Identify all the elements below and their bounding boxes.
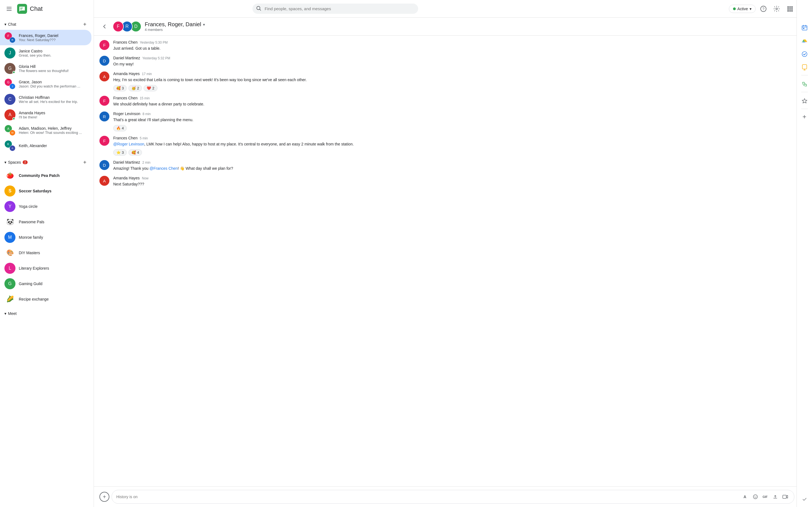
hamburger-button[interactable] [4, 4, 14, 14]
avatar-amanda-last: A [99, 176, 109, 186]
msg-time-5: 8 min [143, 112, 151, 116]
chat-item-adam-madison[interactable]: A M Adam, Madison, Helen, Jeffrey Helen:… [0, 122, 91, 138]
msg-sender-2: Daniel Martinez [113, 56, 140, 60]
msg-text-5: That's a great idea! I'll start planning… [113, 117, 807, 123]
add-message-button[interactable]: + [99, 492, 109, 502]
expand-icon[interactable] [799, 494, 810, 505]
chat-info: Christian Hoffman We're all set. He's ex… [19, 95, 87, 104]
msg-header-1: Frances Chen Yesterday 5:30 PM [113, 40, 807, 45]
avatar-keith-alexander: K A [4, 140, 15, 151]
space-item-community-pea-patch[interactable]: 🍅 Community Pea Patch [0, 168, 94, 183]
msg-header-2: Daniel Martinez Yesterday 5:32 PM [113, 56, 807, 60]
meet-section-label: Meet [8, 311, 16, 316]
text-format-icon[interactable]: A [741, 492, 750, 501]
msg-time-3: 17 min [142, 72, 152, 76]
msg-sender-4: Frances Chen [113, 96, 138, 100]
message-2: D Daniel Martinez Yesterday 5:32 PM On m… [99, 56, 807, 67]
space-icon-yoga: Y [4, 201, 15, 212]
message-6: F Frances Chen 5 min @Roger Levinson, LM… [99, 136, 807, 156]
mention-roger-link[interactable]: @Roger Levinson [113, 142, 144, 146]
msg-content-5: Roger Levinson 8 min That's a great idea… [113, 112, 807, 131]
space-item-pawsome-pals[interactable]: 🐼 Pawsome Pals [0, 214, 94, 230]
avatar-amanda-msg: A [99, 71, 109, 81]
msg-time-1: Yesterday 5:30 PM [140, 41, 168, 45]
message-1: F Frances Chen Yesterday 5:30 PM Just ar… [99, 40, 807, 51]
chat-name: Christian Hoffman [19, 95, 87, 100]
video-call-icon[interactable] [781, 492, 790, 501]
help-button[interactable]: ? [758, 3, 769, 14]
reaction-3-1[interactable]: 🥳2 [129, 85, 142, 91]
drive-icon[interactable] [799, 35, 810, 46]
space-item-diy-masters[interactable]: 🎨 DIY Masters [0, 245, 94, 261]
msg-text-1: Just arrived. Got us a table. [113, 46, 807, 51]
chat-item-frances-roger-daniel[interactable]: F R Frances, Roger, Daniel You: Next Sat… [0, 30, 91, 45]
reaction-3-0[interactable]: 🥰3 [113, 85, 127, 91]
apps-button[interactable] [784, 3, 796, 14]
msg-text-6: @Roger Levinson, LMK how I can help! Als… [113, 141, 807, 147]
chat-item-grace-jason[interactable]: G J Grace, Jason Jason: Did you watch th… [0, 76, 91, 92]
svg-rect-1 [7, 9, 12, 9]
chat-item-keith-alexander[interactable]: K A Keith, Alexander [0, 138, 91, 154]
msg-header-8: Amanda Hayes Now [113, 176, 797, 180]
msg-sender-8: Amanda Hayes [113, 176, 140, 180]
space-item-literary-explorers[interactable]: L Literary Explorers [0, 261, 94, 276]
chat-header-name[interactable]: Frances, Roger, Daniel ▾ [145, 21, 807, 27]
avatar-frances-3: F [99, 136, 109, 146]
msg-content-3: Amanda Hayes 17 min Hey, I'm so excited … [113, 71, 807, 91]
chat-item-amanda-hayes[interactable]: A Amanda Hayes I'll be there! [0, 107, 91, 122]
chat-section-toggle[interactable]: ▾ Chat [4, 22, 16, 26]
space-name: Yoga circle [19, 204, 38, 209]
keep-icon[interactable] [799, 62, 810, 73]
chat-name: Frances, Roger, Daniel [19, 34, 87, 38]
chat-info: Grace, Jason Jason: Did you watch the pe… [19, 80, 87, 88]
reaction-6-1[interactable]: 🥰4 [129, 149, 142, 156]
svg-point-21 [755, 496, 755, 497]
space-item-soccer-saturdays[interactable]: S Soccer Saturdays [0, 183, 94, 199]
phone-icon[interactable] [799, 79, 810, 90]
meet-section-toggle[interactable]: ▾ Meet [4, 311, 16, 316]
search-input[interactable] [252, 4, 418, 14]
chat-preview: The flowers were so thoughtful! [19, 69, 87, 73]
spaces-section-toggle[interactable]: ▾ Spaces 2 [4, 160, 28, 165]
msg-sender-6: Frances Chen [113, 136, 138, 140]
chat-item-janice-castro[interactable]: J Janice Castro Great, see you then. [0, 45, 91, 61]
avatar-frances-2: F [99, 96, 109, 106]
avatar-gloria: G [4, 63, 15, 74]
mention-frances-link[interactable]: @Frances Chen [149, 166, 177, 171]
reaction-3-2[interactable]: ❤️2 [144, 85, 157, 91]
space-name: Pawsome Pals [19, 220, 45, 224]
back-button[interactable] [99, 21, 109, 32]
chat-add-button[interactable]: + [81, 20, 89, 29]
space-item-gaming-guild[interactable]: G Gaming Guild [0, 276, 94, 291]
space-icon-pawsome: 🐼 [4, 216, 15, 227]
emoji-icon[interactable] [751, 492, 760, 501]
calendar-icon[interactable] [799, 22, 810, 33]
reaction-5-0[interactable]: 🔥4 [113, 125, 127, 131]
space-item-yoga-circle[interactable]: Y Yoga circle [0, 199, 94, 214]
reaction-6-0[interactable]: ⭐3 [113, 149, 127, 156]
msg-time-2: Yesterday 5:32 PM [142, 56, 170, 60]
space-item-recipe-exchange[interactable]: 🌽 Recipe exchange [0, 291, 94, 307]
chat-item-christian-hoffman[interactable]: C Christian Hoffman We're all set. He's … [0, 92, 91, 107]
svg-text:GIF: GIF [763, 495, 768, 498]
settings-button[interactable] [771, 3, 782, 14]
header-group-avatars: F R D [113, 21, 141, 32]
add-apps-button[interactable]: + [799, 111, 810, 122]
message-8: A Amanda Hayes Now Next Saturday??? F R [99, 176, 807, 187]
message-input[interactable] [116, 495, 739, 499]
space-item-monroe-family[interactable]: M Monroe family [0, 230, 94, 245]
right-divider [801, 75, 808, 75]
spaces-badge: 2 [22, 160, 28, 164]
svg-rect-12 [791, 6, 793, 8]
msg-text-7: Amazing! Thank you @Frances Chen! 👋 What… [113, 166, 807, 171]
chat-preview: Jason: Did you watch the performan ... [19, 84, 87, 88]
content-area: Active ▾ ? [94, 0, 812, 507]
spaces-add-button[interactable]: + [81, 158, 89, 167]
avatar-roger: R [99, 112, 109, 121]
tasks-icon[interactable] [799, 49, 810, 60]
upload-icon[interactable] [771, 492, 780, 501]
active-status-button[interactable]: Active ▾ [729, 5, 756, 13]
chat-item-gloria-hill[interactable]: G Gloria Hill The flowers were so though… [0, 61, 91, 76]
star-icon[interactable] [799, 96, 810, 107]
gif-icon[interactable]: GIF [761, 492, 770, 501]
